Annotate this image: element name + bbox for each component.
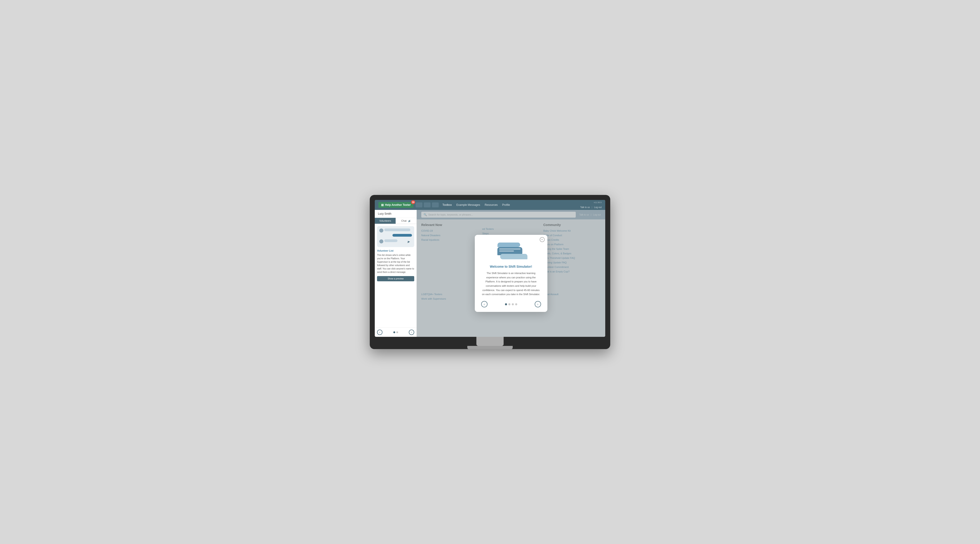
bubble-row-2 — [379, 234, 412, 238]
modal-next-button[interactable]: › — [535, 301, 541, 308]
volunteer-list-title: Volunteer List — [377, 249, 414, 252]
tab-volunteers[interactable]: Volunteers — [375, 218, 396, 224]
nav-version: v11.50.5 — [594, 201, 601, 203]
main-layout: Lucy Smith Volunteers Chat 🔊 — [375, 210, 605, 337]
sidebar-content: Volunteer List This list shows who's onl… — [375, 224, 417, 328]
nav-brand-label: Help Another Texter — [385, 203, 410, 206]
nav-log-out[interactable]: Log out — [594, 206, 601, 209]
msg-line-1 — [499, 248, 520, 249]
tab-chat[interactable]: Chat 🔊 — [396, 218, 417, 224]
modal-body: The Shift Simulator is an interactive le… — [481, 271, 541, 297]
bubble-1 — [384, 228, 410, 231]
modal-dot-3 — [512, 303, 514, 305]
modal-pagination-dots — [505, 303, 517, 305]
sidebar-user-name: Lucy Smith — [375, 210, 417, 218]
msg-line-2 — [499, 251, 514, 252]
nav-talk-to-us[interactable]: Talk to us — [580, 206, 590, 209]
modal-title: Welcome to Shift Simulator! — [481, 265, 541, 268]
nav-brand[interactable]: ▤ Help Another Texter 30 — [379, 202, 413, 208]
modal-dot-4 — [515, 303, 517, 305]
illustration-bubble-2-inner — [499, 248, 520, 252]
tab-chat-label: Chat — [401, 219, 407, 222]
modal-dot-1 — [505, 303, 507, 305]
illustration-bubble-1 — [498, 243, 520, 247]
bubble-3 — [384, 239, 398, 242]
nav-dot-3 — [432, 202, 439, 208]
modal-prev-button[interactable]: ‹ — [481, 301, 487, 308]
nav-loading-dots — [415, 202, 439, 208]
sidebar-nav-dots — [393, 331, 398, 333]
nav-dot-1 — [415, 202, 422, 208]
sidebar-dot-1 — [393, 331, 395, 333]
nav-actions: Talk to us | Log out — [580, 206, 601, 209]
bubble-row-1 — [379, 228, 412, 233]
nav-links: Toolbox Example Messages Resources Profi… — [442, 202, 601, 208]
sidebar-prev-button[interactable]: ‹ — [377, 330, 382, 335]
volunteer-list-desc: This list shows who's online while you'r… — [377, 254, 414, 274]
sidebar: Lucy Smith Volunteers Chat 🔊 — [375, 210, 417, 337]
main-content: 🔍 Search for topic, keywords, or phrases… — [417, 210, 605, 337]
nav-badge: 30 — [411, 200, 415, 204]
nav-link-profile[interactable]: Profile — [502, 202, 510, 208]
avatar-2 — [379, 239, 383, 243]
monitor-stand — [476, 337, 504, 346]
monitor-frame: ▤ Help Another Texter 30 Toolbox Example… — [370, 195, 610, 349]
modal-dot-2 — [508, 303, 511, 305]
sidebar-nav: ‹ › — [375, 328, 417, 337]
chat-preview — [377, 226, 414, 247]
modal-footer: ‹ › — [481, 301, 541, 308]
modal-dialog: × — [475, 235, 547, 312]
avatar-1 — [379, 228, 383, 233]
bubble-2 — [393, 234, 412, 236]
show-preview-button[interactable]: Show a preview — [377, 276, 414, 281]
modal-overlay: × — [417, 210, 605, 337]
illustration-bubble-3 — [500, 254, 527, 259]
sidebar-dot-2 — [396, 331, 398, 333]
nav-brand-icon: ▤ — [381, 203, 383, 206]
monitor-base — [467, 346, 513, 349]
nav-link-example-messages[interactable]: Example Messages — [457, 202, 480, 208]
sidebar-tabs: Volunteers Chat 🔊 — [375, 218, 417, 224]
nav-sep: | — [592, 206, 592, 209]
sidebar-next-button[interactable]: › — [409, 330, 414, 335]
nav-link-toolbox[interactable]: Toolbox — [442, 202, 452, 208]
top-nav: ▤ Help Another Texter 30 Toolbox Example… — [375, 200, 605, 210]
modal-illustration — [481, 240, 541, 261]
speaker-icon: 🔊 — [408, 220, 411, 222]
nav-dot-2 — [424, 202, 431, 208]
nav-link-resources[interactable]: Resources — [485, 202, 498, 208]
